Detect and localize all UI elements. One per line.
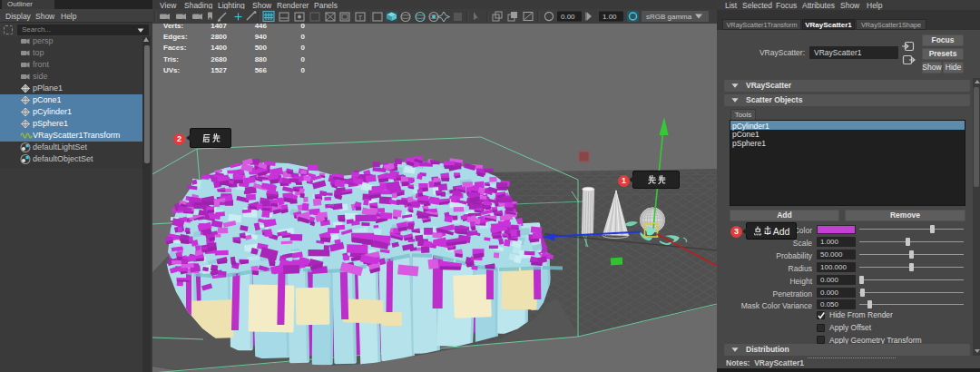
svg-text:sRGB gamma: sRGB gamma xyxy=(646,13,692,21)
svg-text:T: T xyxy=(358,14,363,22)
svg-text:1.00: 1.00 xyxy=(603,13,617,21)
svg-text:0.00: 0.00 xyxy=(561,13,575,21)
